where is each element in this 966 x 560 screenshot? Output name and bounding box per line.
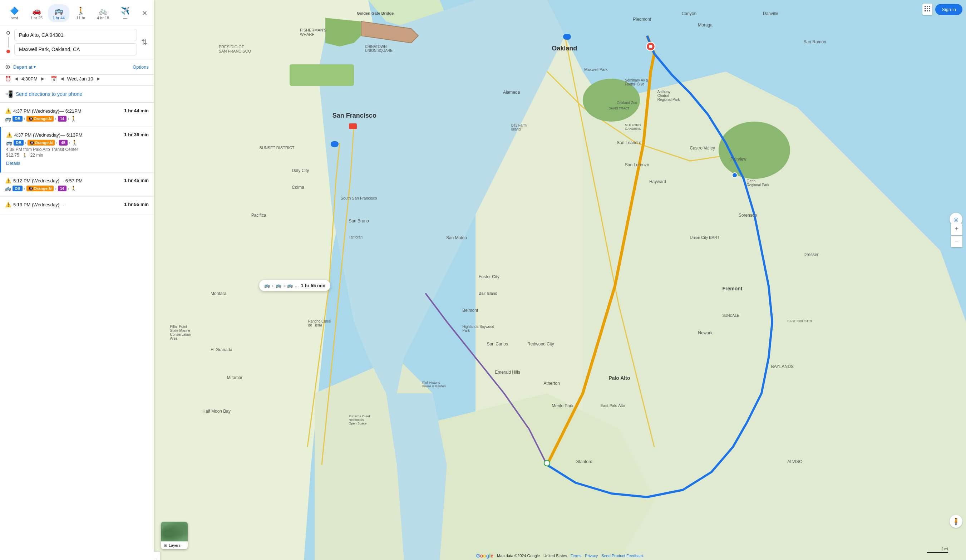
tab-drive-time: 1 hr 25 — [30, 16, 43, 20]
terms-link[interactable]: Terms — [570, 553, 581, 558]
route-walk-time-2: 22 min — [30, 153, 43, 158]
time-selector: ⏰ ◀ 4:30PM ▶ — [5, 76, 46, 82]
badge-orange-n-2: 🚇 Orange-N — [28, 140, 55, 146]
tab-transit[interactable]: 🚌 1 hr 44 — [48, 4, 69, 22]
route-header-4: ⚠️ 5:19 PM (Wednesday)— 1 hr 55 min — [5, 202, 149, 207]
date-prev-button[interactable]: ◀ — [59, 76, 65, 82]
route-time-range-2: ⚠️ 4:37 PM (Wednesday)— 6:13PM — [6, 132, 82, 138]
tab-drive[interactable]: 🚗 1 hr 25 — [26, 4, 47, 22]
route-extra-info-2: 4:38 PM from Palo Alto Transit Center — [6, 147, 149, 152]
svg-rect-11 — [925, 6, 926, 7]
svg-rect-1 — [289, 64, 354, 86]
route-item-2[interactable]: ⚠️ 4:37 PM (Wednesday)— 6:13PM 1 hr 36 m… — [0, 127, 154, 173]
origin-dot — [7, 31, 10, 34]
map: San Francisco Oakland Fremont Palo Alto … — [154, 0, 966, 560]
route-header-3: ⚠️ 5:12 PM (Wednesday)— 6:57 PM 1 hr 45 … — [5, 178, 149, 184]
route-header-2: ⚠️ 4:37 PM (Wednesday)— 6:13PM 1 hr 36 m… — [6, 132, 149, 138]
route-transit-3: 🚌 DB › 🚇 Orange-N › 14 › 🚶 — [5, 186, 149, 191]
grid-icon-button[interactable] — [922, 3, 932, 15]
route-tooltip[interactable]: 🚌 › 🚌 › 🚌 ... 1 hr 55 min — [259, 280, 330, 291]
time-value: 4:30PM — [21, 76, 38, 82]
clock-icon: ⏰ — [5, 76, 11, 82]
privacy-link[interactable]: Privacy — [585, 553, 598, 558]
route-item-1[interactable]: ⚠️ 4:37 PM (Wednesday)— 6:21PM 1 hr 44 m… — [0, 103, 154, 127]
street-view-button[interactable]: 🧍 — [950, 515, 963, 528]
badge-orange-n-3: 🚇 Orange-N — [26, 186, 54, 191]
bus-icon-1: 🚌 — [5, 116, 11, 122]
depart-at-button[interactable]: Depart at ▾ — [13, 64, 36, 70]
route-inputs: ⇅ — [0, 25, 154, 59]
logo-o1: o — [480, 553, 483, 558]
origin-input[interactable] — [14, 29, 137, 41]
svg-rect-19 — [929, 10, 930, 11]
tab-walk[interactable]: 🚶 11 hr — [70, 4, 92, 22]
arrow-1b: › — [55, 117, 56, 121]
badge-14-1: 14 — [58, 116, 66, 122]
tab-best[interactable]: 🔷 best — [3, 4, 25, 22]
pegman-icon: 🧍 — [952, 517, 960, 526]
tooltip-duration: 1 hr 55 min — [301, 283, 326, 288]
route-times-1: 4:37 PM (Wednesday)— 6:21PM — [13, 108, 82, 114]
time-next-button[interactable]: ▶ — [40, 76, 46, 82]
destination-input[interactable] — [14, 43, 137, 56]
tab-bike[interactable]: 🚲 4 hr 18 — [92, 4, 114, 22]
route-transit-2: 🚌 DB › 🚇 Orange-N › 45 › 🚶 — [6, 140, 149, 146]
svg-rect-13 — [929, 6, 930, 7]
arrow-2b: › — [56, 141, 57, 145]
date-value: Wed, Jan 10 — [67, 76, 93, 82]
routes-list: ⚠️ 4:37 PM (Wednesday)— 6:21PM 1 hr 44 m… — [0, 103, 154, 560]
date-next-button[interactable]: ▶ — [95, 76, 102, 82]
logo-e: e — [491, 553, 493, 558]
svg-rect-14 — [925, 8, 926, 9]
layers-stack-icon: ⊞ — [164, 543, 167, 548]
location-icon: ◎ — [953, 216, 958, 223]
bus-icon-3: 🚌 — [5, 186, 11, 191]
route-line — [8, 37, 8, 48]
tab-flight[interactable]: ✈️ — — [114, 4, 136, 22]
route-dots — [5, 31, 12, 53]
logo-g: G — [476, 553, 480, 558]
close-button[interactable]: ✕ — [139, 7, 150, 20]
arrow-3c: › — [68, 187, 69, 190]
tooltip-arrow-1: › — [272, 284, 273, 288]
layers-button[interactable]: ⊞ Layers — [161, 522, 188, 549]
drive-icon: 🚗 — [32, 7, 41, 15]
tab-bike-time: 4 hr 18 — [97, 16, 109, 20]
route-times-2: 4:37 PM (Wednesday)— 6:13PM — [14, 132, 82, 138]
svg-rect-12 — [927, 6, 928, 7]
depart-at-label: Depart at — [13, 64, 32, 70]
zoom-in-button[interactable]: + — [951, 223, 963, 235]
tab-best-label: best — [11, 16, 18, 20]
scale-label: 2 mi — [941, 547, 948, 551]
tab-walk-time: 11 hr — [76, 16, 85, 20]
badge-orange-n-1: 🚇 Orange-N — [26, 116, 54, 122]
options-button[interactable]: Options — [133, 64, 149, 70]
map-footer: G o o g l e Map data ©2024 Google United… — [476, 553, 644, 558]
layers-label-container: ⊞ Layers — [161, 541, 188, 549]
swap-icon: ⇅ — [141, 38, 147, 46]
details-button-2[interactable]: Details — [6, 159, 20, 168]
arrow-2a: › — [25, 141, 26, 145]
svg-rect-18 — [927, 10, 928, 11]
sign-in-button[interactable]: Sign in — [935, 4, 963, 15]
time-prev-button[interactable]: ◀ — [13, 76, 19, 82]
swap-button[interactable]: ⇅ — [140, 36, 149, 48]
svg-rect-16 — [929, 8, 930, 9]
arrow-1a: › — [24, 117, 25, 121]
route-price-2: $12.75 — [6, 153, 19, 158]
svg-point-9 — [544, 460, 550, 466]
transport-tabs: 🔷 best 🚗 1 hr 25 🚌 1 hr 44 🚶 11 hr 🚲 4 h… — [0, 0, 154, 25]
route-walk-icon-2: 🚶 — [22, 153, 28, 158]
route-item-4[interactable]: ⚠️ 5:19 PM (Wednesday)— 1 hr 55 min — [0, 197, 154, 215]
route-item-3[interactable]: ⚠️ 5:12 PM (Wednesday)— 6:57 PM 1 hr 45 … — [0, 173, 154, 197]
time-row: ⏰ ◀ 4:30PM ▶ 📅 ◀ Wed, Jan 10 ▶ — [0, 75, 154, 86]
route-times-3: 5:12 PM (Wednesday)— 6:57 PM — [13, 178, 82, 184]
route-time-range-4: ⚠️ 5:19 PM (Wednesday)— — [5, 202, 64, 207]
route-duration-4: 1 hr 55 min — [124, 202, 149, 207]
map-controls-top-right: Sign in — [922, 3, 963, 15]
map-data-label: Map data ©2024 Google — [497, 553, 540, 558]
collapse-sidebar-button[interactable]: ‹ — [154, 552, 160, 560]
zoom-out-button[interactable]: − — [951, 236, 963, 247]
feedback-link[interactable]: Send Product Feedback — [601, 553, 644, 558]
send-directions[interactable]: 📲 Send directions to your phone — [0, 86, 154, 103]
